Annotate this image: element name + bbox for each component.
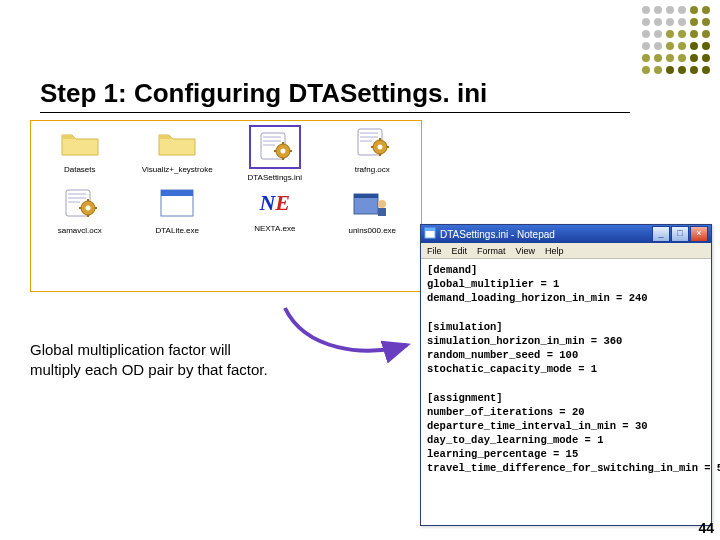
dot (642, 30, 650, 38)
menu-item[interactable]: Edit (452, 246, 468, 256)
notepad-body-text: [demand] global_multiplier = 1 demand_lo… (421, 259, 711, 480)
notepad-titlebar: DTASettings.ini - Notepad _ □ × (421, 225, 711, 243)
svg-point-9 (378, 145, 383, 150)
folder-icon (155, 125, 199, 161)
title-underline (40, 112, 630, 113)
dot (702, 18, 710, 26)
menu-item[interactable]: File (427, 246, 442, 256)
gear-icon (58, 186, 102, 222)
dot (654, 66, 662, 74)
dot (690, 42, 698, 50)
slide-title: Step 1: Configuring DTASettings. ini (40, 78, 487, 109)
file-explorer-panel: DatasetsVisualiz+_keystrokeDTASettings.i… (30, 120, 422, 292)
dot (702, 30, 710, 38)
file-label: Datasets (64, 165, 96, 174)
dot (666, 18, 674, 26)
dot (690, 54, 698, 62)
dot (678, 66, 686, 74)
folder-icon (58, 125, 102, 161)
file-label: DTALite.exe (156, 226, 199, 235)
annotation-line-2: multiply each OD pair by that factor. (30, 361, 268, 378)
dot (642, 18, 650, 26)
window-icon (155, 186, 199, 222)
dot (702, 54, 710, 62)
slide: Step 1: Configuring DTASettings. ini Dat… (0, 0, 720, 540)
dot (642, 66, 650, 74)
dot (642, 6, 650, 14)
file-item[interactable]: DTALite.exe (132, 186, 222, 235)
dot (666, 30, 674, 38)
gear-icon (350, 125, 394, 161)
menu-item[interactable]: View (516, 246, 535, 256)
dot (702, 66, 710, 74)
dot (678, 42, 686, 50)
dot (678, 30, 686, 38)
annotation-text: Global multiplication factor will multip… (30, 340, 360, 381)
dot (654, 18, 662, 26)
dot (654, 30, 662, 38)
dot (690, 30, 698, 38)
page-number: 44 (698, 520, 714, 536)
dot (654, 6, 662, 14)
dot (678, 6, 686, 14)
close-button[interactable]: × (690, 226, 708, 242)
dot (678, 18, 686, 26)
dot (702, 6, 710, 14)
svg-rect-22 (161, 190, 193, 196)
app-icon: NE (253, 186, 297, 220)
dot (690, 66, 698, 74)
file-item[interactable]: samavcl.ocx (35, 186, 125, 235)
notepad-window: DTASettings.ini - Notepad _ □ × FileEdit… (420, 224, 712, 526)
dot (690, 6, 698, 14)
file-label: Visualiz+_keystroke (142, 165, 213, 174)
notepad-title-text: DTASettings.ini - Notepad (440, 229, 555, 240)
file-label: DTASettings.ini (247, 173, 302, 182)
file-item[interactable]: NENEXTA.exe (230, 186, 320, 233)
window-buttons: _ □ × (652, 226, 708, 242)
svg-rect-24 (354, 194, 378, 198)
file-label: unins000.exe (348, 226, 396, 235)
dot (654, 54, 662, 62)
maximize-button[interactable]: □ (671, 226, 689, 242)
dot (642, 42, 650, 50)
dot (666, 54, 674, 62)
gear-icon (253, 129, 297, 165)
dot (666, 42, 674, 50)
dot (666, 66, 674, 74)
annotation-line-1: Global multiplication factor will (30, 341, 231, 358)
dot (666, 6, 674, 14)
file-item[interactable]: trafng.ocx (327, 125, 417, 174)
file-item[interactable]: DTASettings.ini (230, 125, 320, 182)
file-label: samavcl.ocx (58, 226, 102, 235)
dot (678, 54, 686, 62)
explorer-row-2: samavcl.ocxDTALite.exeNENEXTA.exeunins00… (31, 186, 421, 235)
file-item[interactable]: unins000.exe (327, 186, 417, 235)
svg-point-2 (280, 149, 285, 154)
decorative-dot-grid (642, 6, 712, 76)
dot (654, 42, 662, 50)
menu-item[interactable]: Format (477, 246, 506, 256)
menu-item[interactable]: Help (545, 246, 564, 256)
selection-highlight (249, 125, 301, 169)
file-label: NEXTA.exe (254, 224, 295, 233)
svg-rect-28 (425, 228, 435, 231)
minimize-button[interactable]: _ (652, 226, 670, 242)
dot (702, 42, 710, 50)
svg-rect-26 (378, 208, 386, 216)
notepad-menubar: FileEditFormatViewHelp (421, 243, 711, 259)
explorer-row-1: DatasetsVisualiz+_keystrokeDTASettings.i… (31, 125, 421, 182)
file-item[interactable]: Datasets (35, 125, 125, 174)
notepad-icon (424, 227, 436, 241)
svg-point-16 (85, 206, 90, 211)
file-item[interactable]: Visualiz+_keystroke (132, 125, 222, 174)
dot (690, 18, 698, 26)
dot (642, 54, 650, 62)
wizard-icon (350, 186, 394, 222)
file-label: trafng.ocx (355, 165, 390, 174)
svg-point-25 (378, 200, 386, 208)
